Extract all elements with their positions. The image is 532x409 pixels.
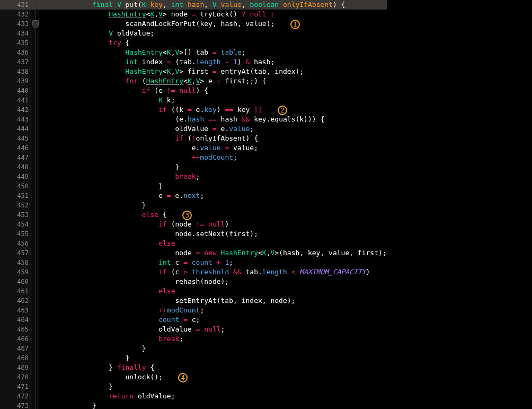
- code-text[interactable]: if ((k = e.key) == key || 2: [39, 105, 387, 115]
- code-line[interactable]: 455 node.setNext(first);: [0, 229, 387, 239]
- code-text[interactable]: e.value = value;: [39, 143, 387, 153]
- code-line[interactable]: 450 }: [0, 181, 387, 191]
- gutter-marker[interactable]: [32, 201, 39, 210]
- code-text[interactable]: if (!onlyIfAbsent) {: [39, 134, 387, 143]
- code-text[interactable]: } finally {: [39, 363, 387, 372]
- code-text[interactable]: oldValue = null;: [39, 325, 387, 334]
- gutter-marker[interactable]: [32, 267, 39, 277]
- line-number[interactable]: 466: [0, 334, 32, 344]
- gutter-marker[interactable]: [32, 363, 39, 372]
- code-text[interactable]: e = e.next;: [39, 191, 387, 201]
- gutter-marker[interactable]: [32, 277, 39, 286]
- gutter-marker[interactable]: [32, 0, 39, 10]
- code-text[interactable]: ++modCount;: [39, 153, 387, 162]
- line-number[interactable]: 462: [0, 296, 32, 306]
- gutter-marker[interactable]: [32, 334, 39, 344]
- code-line[interactable]: 435 try {: [0, 38, 387, 48]
- code-text[interactable]: if (c > threshold && tab.length < MAXIMU…: [39, 267, 387, 277]
- gutter-marker[interactable]: [32, 296, 39, 306]
- gutter-marker[interactable]: [32, 210, 39, 220]
- line-number[interactable]: 440: [0, 86, 32, 95]
- line-number[interactable]: 469: [0, 363, 32, 372]
- line-number[interactable]: 455: [0, 229, 32, 239]
- gutter-marker[interactable]: [32, 57, 39, 67]
- code-text[interactable]: int index = (tab.length - 1) & hash;: [39, 57, 387, 67]
- gutter-marker[interactable]: [32, 344, 39, 353]
- code-line[interactable]: 443 (e.hash == hash && key.equals(k))) {: [0, 115, 387, 124]
- code-text[interactable]: (e.hash == hash && key.equals(k))) {: [39, 115, 387, 124]
- code-line[interactable]: 468 }: [0, 353, 387, 363]
- line-number[interactable]: 464: [0, 315, 32, 325]
- code-text[interactable]: int c = count + 1;: [39, 258, 387, 267]
- code-line[interactable]: 441 K k;: [0, 95, 387, 105]
- gutter-marker[interactable]: [32, 306, 39, 315]
- code-text[interactable]: else: [39, 239, 387, 248]
- code-line[interactable]: 454 if (node != null): [0, 220, 387, 229]
- code-line[interactable]: 471 }: [0, 382, 387, 391]
- code-text[interactable]: else { 3: [39, 210, 387, 220]
- line-number[interactable]: 458: [0, 258, 32, 267]
- code-text[interactable]: return oldValue;: [39, 391, 387, 401]
- code-text[interactable]: node = new HashEntry<K,V>(hash, key, val…: [39, 248, 387, 258]
- line-number[interactable]: 444: [0, 124, 32, 134]
- code-text[interactable]: rehash(node);: [39, 277, 387, 286]
- gutter-marker[interactable]: [32, 239, 39, 248]
- gutter-marker[interactable]: [32, 76, 39, 86]
- line-number[interactable]: 433: [0, 19, 32, 29]
- code-line[interactable]: 457 node = new HashEntry<K,V>(hash, key,…: [0, 248, 387, 258]
- code-line[interactable]: 445 if (!onlyIfAbsent) {: [0, 134, 387, 143]
- code-line[interactable]: 446 e.value = value;: [0, 143, 387, 153]
- gutter-marker[interactable]: [32, 153, 39, 162]
- code-line[interactable]: 432 HashEntry<K,V> node = tryLock() ? nu…: [0, 10, 387, 19]
- gutter-marker[interactable]: [32, 391, 39, 401]
- code-text[interactable]: setEntryAt(tab, index, node);: [39, 296, 387, 306]
- code-text[interactable]: scanAndLockForPut(key, hash, value); 1: [39, 19, 387, 29]
- code-line[interactable]: 470 unlock(); 4: [0, 372, 387, 382]
- code-line[interactable]: 456 else: [0, 239, 387, 248]
- code-text[interactable]: node.setNext(first);: [39, 229, 387, 239]
- line-number[interactable]: 459: [0, 267, 32, 277]
- code-line[interactable]: 433 scanAndLockForPut(key, hash, value);…: [0, 19, 387, 29]
- line-number[interactable]: 448: [0, 162, 32, 172]
- code-line[interactable]: 449 break;: [0, 172, 387, 181]
- line-number[interactable]: 438: [0, 67, 32, 76]
- line-number[interactable]: 445: [0, 134, 32, 143]
- code-line[interactable]: 436 HashEntry<K,V>[] tab = table;: [0, 48, 387, 57]
- code-line[interactable]: 473 }: [0, 401, 387, 409]
- code-line[interactable]: 442 if ((k = e.key) == key || 2: [0, 105, 387, 115]
- line-number[interactable]: 467: [0, 344, 32, 353]
- gutter-marker[interactable]: [32, 315, 39, 325]
- code-text[interactable]: }: [39, 201, 387, 210]
- gutter-marker[interactable]: [32, 67, 39, 76]
- line-number[interactable]: 442: [0, 105, 32, 115]
- line-number[interactable]: 435: [0, 38, 32, 48]
- gutter-marker[interactable]: [32, 220, 39, 229]
- line-number[interactable]: 473: [0, 401, 32, 409]
- code-line[interactable]: 467 }: [0, 344, 387, 353]
- line-number[interactable]: 434: [0, 29, 32, 38]
- code-text[interactable]: }: [39, 382, 387, 391]
- gutter-marker[interactable]: [32, 124, 39, 134]
- code-text[interactable]: }: [39, 162, 387, 172]
- line-number[interactable]: 456: [0, 239, 32, 248]
- code-text[interactable]: else: [39, 286, 387, 296]
- code-text[interactable]: HashEntry<K,V> node = tryLock() ? null :: [39, 10, 387, 19]
- code-text[interactable]: if (node != null): [39, 220, 387, 229]
- gutter-marker[interactable]: [32, 325, 39, 334]
- gutter-marker[interactable]: [32, 48, 39, 57]
- line-number[interactable]: 447: [0, 153, 32, 162]
- code-text[interactable]: count = c;: [39, 315, 387, 325]
- gutter-marker[interactable]: [32, 248, 39, 258]
- code-line[interactable]: 463 ++modCount;: [0, 306, 387, 315]
- gutter-marker[interactable]: [32, 191, 39, 201]
- line-number[interactable]: 470: [0, 372, 32, 382]
- gutter-marker[interactable]: [32, 258, 39, 267]
- code-text[interactable]: oldValue = e.value;: [39, 124, 387, 134]
- gutter-marker[interactable]: [32, 86, 39, 95]
- gutter-marker[interactable]: [32, 372, 39, 382]
- gutter-marker[interactable]: [32, 19, 39, 29]
- code-line[interactable]: 452 }: [0, 201, 387, 210]
- code-text[interactable]: HashEntry<K,V>[] tab = table;: [39, 48, 387, 57]
- code-line[interactable]: 453 else { 3: [0, 210, 387, 220]
- line-number[interactable]: 471: [0, 382, 32, 391]
